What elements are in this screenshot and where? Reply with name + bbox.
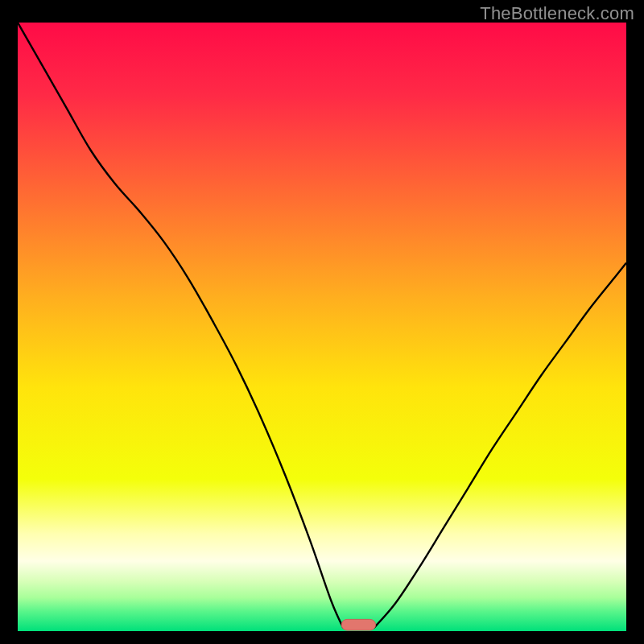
chart-background-gradient xyxy=(18,23,626,631)
plot-area xyxy=(18,23,626,631)
chart-svg xyxy=(18,23,626,631)
optimal-marker xyxy=(341,619,375,630)
watermark-text: TheBottleneck.com xyxy=(480,3,634,24)
chart-frame: TheBottleneck.com xyxy=(0,0,644,644)
